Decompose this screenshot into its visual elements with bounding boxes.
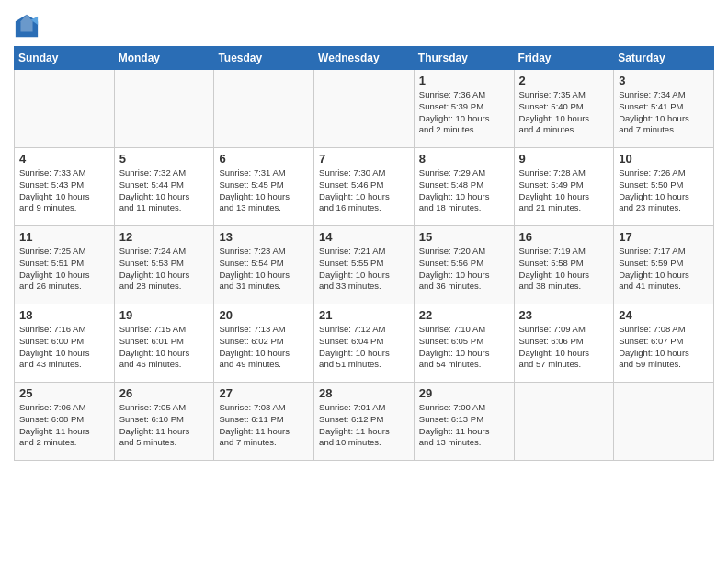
calendar-table: SundayMondayTuesdayWednesdayThursdayFrid…	[14, 46, 714, 461]
calendar-week-row: 1Sunrise: 7:36 AM Sunset: 5:39 PM Daylig…	[15, 70, 714, 148]
day-number: 20	[219, 308, 309, 322]
calendar-cell: 4Sunrise: 7:33 AM Sunset: 5:43 PM Daylig…	[15, 148, 115, 226]
day-number: 28	[319, 386, 409, 400]
calendar-cell: 16Sunrise: 7:19 AM Sunset: 5:58 PM Dayli…	[514, 226, 614, 304]
day-info: Sunrise: 7:26 AM Sunset: 5:50 PM Dayligh…	[619, 167, 709, 214]
day-number: 11	[19, 230, 109, 244]
day-number: 18	[19, 308, 109, 322]
weekday-header-sunday: Sunday	[15, 47, 115, 70]
calendar-cell: 6Sunrise: 7:31 AM Sunset: 5:45 PM Daylig…	[214, 148, 314, 226]
day-number: 24	[619, 308, 709, 322]
calendar-cell: 3Sunrise: 7:34 AM Sunset: 5:41 PM Daylig…	[614, 70, 714, 148]
calendar-cell: 19Sunrise: 7:15 AM Sunset: 6:01 PM Dayli…	[114, 304, 214, 383]
logo-icon	[14, 13, 40, 39]
day-info: Sunrise: 7:36 AM Sunset: 5:39 PM Dayligh…	[419, 89, 509, 136]
day-info: Sunrise: 7:29 AM Sunset: 5:48 PM Dayligh…	[419, 167, 509, 214]
day-number: 26	[119, 386, 210, 400]
day-number: 1	[419, 74, 509, 87]
day-info: Sunrise: 7:30 AM Sunset: 5:46 PM Dayligh…	[319, 167, 409, 214]
day-number: 27	[219, 386, 309, 400]
calendar-cell: 18Sunrise: 7:16 AM Sunset: 6:00 PM Dayli…	[15, 304, 115, 383]
calendar-cell: 24Sunrise: 7:08 AM Sunset: 6:07 PM Dayli…	[614, 304, 714, 383]
day-number: 7	[319, 152, 409, 166]
calendar-cell: 26Sunrise: 7:05 AM Sunset: 6:10 PM Dayli…	[114, 383, 214, 461]
calendar-cell	[614, 383, 714, 461]
day-info: Sunrise: 7:12 AM Sunset: 6:04 PM Dayligh…	[319, 324, 409, 371]
weekday-header-wednesday: Wednesday	[314, 47, 415, 70]
day-number: 2	[519, 74, 609, 87]
day-number: 19	[119, 308, 210, 322]
day-number: 3	[619, 74, 709, 87]
calendar-cell: 2Sunrise: 7:35 AM Sunset: 5:40 PM Daylig…	[514, 70, 614, 148]
day-number: 15	[419, 230, 509, 244]
day-number: 9	[519, 152, 609, 166]
day-info: Sunrise: 7:05 AM Sunset: 6:10 PM Dayligh…	[119, 402, 210, 449]
day-info: Sunrise: 7:08 AM Sunset: 6:07 PM Dayligh…	[619, 324, 709, 371]
day-info: Sunrise: 7:01 AM Sunset: 6:12 PM Dayligh…	[319, 402, 409, 449]
calendar-week-row: 4Sunrise: 7:33 AM Sunset: 5:43 PM Daylig…	[15, 148, 714, 226]
day-number: 12	[119, 230, 210, 244]
calendar-cell: 17Sunrise: 7:17 AM Sunset: 5:59 PM Dayli…	[614, 226, 714, 304]
day-number: 4	[19, 152, 109, 166]
calendar-cell	[114, 70, 214, 148]
weekday-header-monday: Monday	[114, 47, 214, 70]
calendar-cell	[514, 383, 614, 461]
calendar-cell: 27Sunrise: 7:03 AM Sunset: 6:11 PM Dayli…	[214, 383, 314, 461]
day-number: 6	[219, 152, 309, 166]
day-info: Sunrise: 7:25 AM Sunset: 5:51 PM Dayligh…	[19, 246, 109, 293]
day-info: Sunrise: 7:19 AM Sunset: 5:58 PM Dayligh…	[519, 246, 609, 293]
weekday-header-friday: Friday	[514, 47, 614, 70]
calendar-cell: 29Sunrise: 7:00 AM Sunset: 6:13 PM Dayli…	[414, 383, 514, 461]
weekday-header-row: SundayMondayTuesdayWednesdayThursdayFrid…	[15, 47, 714, 70]
day-info: Sunrise: 7:23 AM Sunset: 5:54 PM Dayligh…	[219, 246, 309, 293]
calendar-cell: 7Sunrise: 7:30 AM Sunset: 5:46 PM Daylig…	[314, 148, 415, 226]
day-number: 8	[419, 152, 509, 166]
day-info: Sunrise: 7:34 AM Sunset: 5:41 PM Dayligh…	[619, 89, 709, 136]
day-info: Sunrise: 7:00 AM Sunset: 6:13 PM Dayligh…	[419, 402, 509, 449]
calendar-cell: 9Sunrise: 7:28 AM Sunset: 5:49 PM Daylig…	[514, 148, 614, 226]
calendar-cell: 1Sunrise: 7:36 AM Sunset: 5:39 PM Daylig…	[414, 70, 514, 148]
weekday-header-tuesday: Tuesday	[214, 47, 314, 70]
calendar-week-row: 18Sunrise: 7:16 AM Sunset: 6:00 PM Dayli…	[15, 304, 714, 383]
day-info: Sunrise: 7:20 AM Sunset: 5:56 PM Dayligh…	[419, 246, 509, 293]
day-info: Sunrise: 7:15 AM Sunset: 6:01 PM Dayligh…	[119, 324, 210, 371]
calendar-cell: 14Sunrise: 7:21 AM Sunset: 5:55 PM Dayli…	[314, 226, 415, 304]
day-number: 10	[619, 152, 709, 166]
calendar-cell: 12Sunrise: 7:24 AM Sunset: 5:53 PM Dayli…	[114, 226, 214, 304]
day-number: 23	[519, 308, 609, 322]
day-info: Sunrise: 7:35 AM Sunset: 5:40 PM Dayligh…	[519, 89, 609, 136]
day-number: 17	[619, 230, 709, 244]
day-info: Sunrise: 7:10 AM Sunset: 6:05 PM Dayligh…	[419, 324, 509, 371]
calendar-cell: 10Sunrise: 7:26 AM Sunset: 5:50 PM Dayli…	[614, 148, 714, 226]
day-info: Sunrise: 7:06 AM Sunset: 6:08 PM Dayligh…	[19, 402, 109, 449]
day-number: 22	[419, 308, 509, 322]
calendar-cell: 15Sunrise: 7:20 AM Sunset: 5:56 PM Dayli…	[414, 226, 514, 304]
day-info: Sunrise: 7:21 AM Sunset: 5:55 PM Dayligh…	[319, 246, 409, 293]
day-number: 16	[519, 230, 609, 244]
calendar-cell: 25Sunrise: 7:06 AM Sunset: 6:08 PM Dayli…	[15, 383, 115, 461]
day-info: Sunrise: 7:17 AM Sunset: 5:59 PM Dayligh…	[619, 246, 709, 293]
calendar-header: SundayMondayTuesdayWednesdayThursdayFrid…	[15, 47, 714, 70]
day-number: 21	[319, 308, 409, 322]
day-info: Sunrise: 7:33 AM Sunset: 5:43 PM Dayligh…	[19, 167, 109, 214]
calendar-cell: 21Sunrise: 7:12 AM Sunset: 6:04 PM Dayli…	[314, 304, 415, 383]
day-info: Sunrise: 7:16 AM Sunset: 6:00 PM Dayligh…	[19, 324, 109, 371]
calendar-cell: 5Sunrise: 7:32 AM Sunset: 5:44 PM Daylig…	[114, 148, 214, 226]
calendar-cell: 28Sunrise: 7:01 AM Sunset: 6:12 PM Dayli…	[314, 383, 415, 461]
calendar-cell: 20Sunrise: 7:13 AM Sunset: 6:02 PM Dayli…	[214, 304, 314, 383]
logo	[14, 13, 43, 39]
day-info: Sunrise: 7:32 AM Sunset: 5:44 PM Dayligh…	[119, 167, 210, 214]
weekday-header-thursday: Thursday	[414, 47, 514, 70]
day-number: 5	[119, 152, 210, 166]
day-number: 14	[319, 230, 409, 244]
calendar-cell: 23Sunrise: 7:09 AM Sunset: 6:06 PM Dayli…	[514, 304, 614, 383]
calendar-cell: 8Sunrise: 7:29 AM Sunset: 5:48 PM Daylig…	[414, 148, 514, 226]
calendar-cell	[214, 70, 314, 148]
calendar-cell	[314, 70, 415, 148]
calendar-week-row: 25Sunrise: 7:06 AM Sunset: 6:08 PM Dayli…	[15, 383, 714, 461]
weekday-header-saturday: Saturday	[614, 47, 714, 70]
day-info: Sunrise: 7:28 AM Sunset: 5:49 PM Dayligh…	[519, 167, 609, 214]
day-info: Sunrise: 7:09 AM Sunset: 6:06 PM Dayligh…	[519, 324, 609, 371]
day-number: 29	[419, 386, 509, 400]
day-info: Sunrise: 7:24 AM Sunset: 5:53 PM Dayligh…	[119, 246, 210, 293]
